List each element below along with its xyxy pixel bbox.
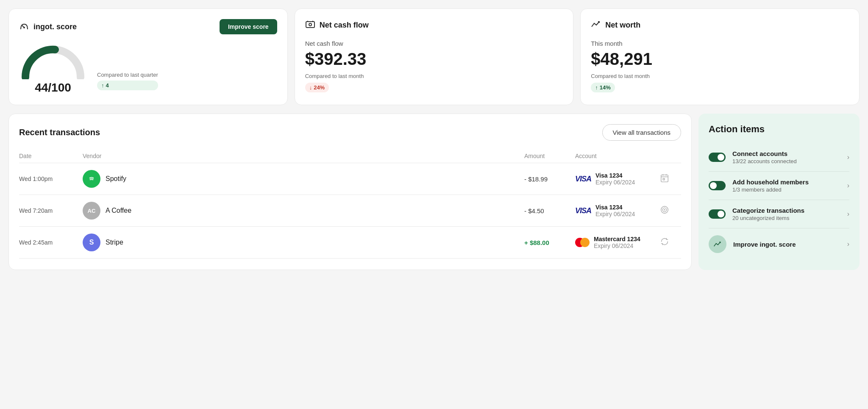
mastercard-logo	[575, 238, 590, 247]
col-vendor: Vendor	[83, 153, 524, 159]
action-item-connect-accounts[interactable]: Connect accounts 13/22 accounts connecte…	[709, 143, 849, 172]
svg-point-4	[88, 175, 95, 183]
score-compare-label: Compared to last quarter	[97, 72, 158, 78]
net-worth-title: Net worth	[605, 21, 640, 30]
networth-label: This month	[591, 40, 849, 47]
networth-compare-label: Compared to last month	[591, 73, 849, 79]
up-arrow-icon: ↑	[101, 82, 104, 89]
svg-rect-2	[306, 22, 314, 28]
connect-accounts-sub: 13/22 accounts connected	[732, 158, 840, 164]
stripe-logo: S	[83, 234, 100, 251]
net-worth-card: Net worth This month $48,291 Compared to…	[580, 8, 860, 105]
row1-account: VISA Visa 1234 Expiry 06/2024	[575, 172, 660, 186]
calendar-icon	[660, 173, 681, 185]
categorize-sub: 20 uncategorized items	[732, 215, 840, 221]
chevron-right-icon-1: ›	[847, 153, 849, 161]
down-arrow-icon: ↓	[309, 84, 312, 91]
acoffee-logo: AC	[83, 202, 100, 220]
svg-line-1	[22, 25, 24, 28]
row1-vendor-name: Spotify	[106, 175, 126, 183]
networth-change-badge: ↑ 14%	[591, 83, 615, 92]
row2-amount: - $4.50	[524, 207, 575, 214]
ingot-score-title: ingot. score	[33, 22, 77, 31]
score-change-badge: ↑ 4	[97, 81, 158, 90]
row3-amount: + $88.00	[524, 239, 575, 246]
improve-score-title: Improve ingot. score	[733, 241, 840, 248]
row2-vendor-name: A Coffee	[106, 207, 131, 214]
table-header: Date Vendor Amount Account	[19, 149, 681, 163]
row3-account-name: Mastercard 1234	[594, 236, 640, 242]
visa-logo-2: VISA	[575, 206, 591, 215]
transactions-title: Recent transactions	[19, 128, 100, 137]
cashflow-change-badge: ↓ 24%	[305, 83, 329, 92]
cashflow-value: $392.33	[305, 50, 563, 69]
net-cash-flow-title: Net cash flow	[320, 21, 369, 30]
action-items-title: Action items	[709, 124, 849, 135]
action-item-categorize[interactable]: Categorize transactions 20 uncategorized…	[709, 200, 849, 228]
row2-account-name: Visa 1234	[595, 204, 635, 211]
row3-account: Mastercard 1234 Expiry 06/2024	[575, 236, 660, 249]
sync-icon	[660, 237, 681, 248]
row1-vendor: Spotify	[83, 170, 524, 188]
row2-account: VISA Visa 1234 Expiry 06/2024	[575, 204, 660, 217]
table-row: Wed 7:20am AC A Coffee - $4.50 VISA Visa…	[19, 195, 681, 227]
target-icon	[660, 205, 681, 217]
score-icon	[19, 21, 29, 33]
table-row: Wed 1:00pm Spotify - $18.99 VISA Visa 12…	[19, 163, 681, 195]
cashflow-label: Net cash flow	[305, 40, 563, 47]
row1-account-name: Visa 1234	[595, 172, 635, 179]
col-date: Date	[19, 153, 83, 159]
net-cash-flow-card: Net cash flow Net cash flow $392.33 Comp…	[295, 8, 574, 105]
cashflow-compare-label: Compared to last month	[305, 73, 563, 79]
categorize-title: Categorize transactions	[732, 207, 840, 214]
table-row: Wed 2:45am S Stripe + $88.00 Mastercard …	[19, 227, 681, 259]
svg-point-12	[664, 209, 665, 210]
row1-amount: - $18.99	[524, 175, 575, 183]
row1-date: Wed 1:00pm	[19, 175, 83, 182]
col-amount: Amount	[524, 153, 575, 159]
visa-logo-1: VISA	[575, 175, 591, 184]
row3-vendor-name: Stripe	[106, 239, 123, 246]
svg-rect-9	[663, 178, 665, 180]
household-sub: 1/3 members added	[732, 186, 840, 193]
row2-date: Wed 7:20am	[19, 207, 83, 214]
chevron-right-icon-3: ›	[847, 210, 849, 218]
chevron-right-icon-4: ›	[847, 240, 849, 248]
connect-accounts-toggle[interactable]	[709, 153, 726, 162]
row1-account-expiry: Expiry 06/2024	[595, 179, 635, 186]
cashflow-icon	[305, 19, 315, 31]
row3-vendor: S Stripe	[83, 234, 524, 251]
improve-score-button[interactable]: Improve score	[220, 19, 277, 34]
categorize-toggle[interactable]	[709, 209, 726, 219]
networth-icon	[591, 19, 601, 31]
row3-account-expiry: Expiry 06/2024	[594, 242, 640, 249]
svg-point-3	[309, 23, 312, 26]
household-toggle[interactable]	[709, 181, 726, 190]
transactions-card: Recent transactions View all transaction…	[8, 114, 692, 270]
row3-date: Wed 2:45am	[19, 239, 83, 246]
action-item-household[interactable]: Add household members 1/3 members added …	[709, 172, 849, 200]
ingot-score-card: ingot. score Improve score 44/100 Compar…	[8, 8, 288, 105]
spotify-logo	[83, 170, 100, 188]
row2-vendor: AC A Coffee	[83, 202, 524, 220]
action-item-improve-score[interactable]: Improve ingot. score ›	[709, 228, 849, 260]
household-title: Add household members	[732, 178, 840, 186]
col-account: Account	[575, 153, 660, 159]
score-value: 44/100	[35, 81, 71, 95]
up-arrow-icon-2: ↑	[595, 84, 598, 91]
connect-accounts-title: Connect accounts	[732, 150, 840, 157]
chevron-right-icon-2: ›	[847, 182, 849, 189]
view-all-transactions-button[interactable]: View all transactions	[602, 124, 681, 141]
improve-score-icon	[709, 235, 726, 253]
networth-value: $48,291	[591, 50, 849, 69]
row2-account-expiry: Expiry 06/2024	[595, 211, 635, 217]
action-items-card: Action items Connect accounts 13/22 acco…	[698, 114, 860, 270]
